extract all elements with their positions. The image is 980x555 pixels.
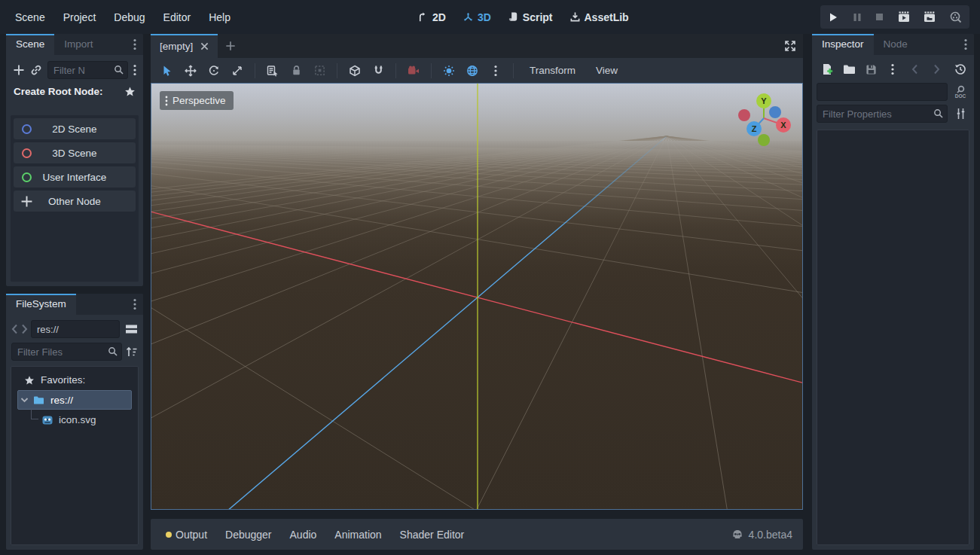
load-resource-icon[interactable] [840, 60, 858, 78]
workspace-2d-button[interactable]: 2D [413, 8, 450, 26]
preview-sunlight-icon[interactable] [440, 62, 458, 80]
workspace-assetlib-button[interactable]: AssetLib [565, 8, 633, 26]
local-space-icon[interactable] [346, 62, 364, 80]
history-back-icon[interactable] [905, 60, 924, 78]
scene-tab-strip: [empty] [151, 34, 803, 58]
close-icon[interactable] [200, 42, 209, 50]
godot-file-icon [42, 415, 53, 425]
view-menu[interactable]: View [588, 65, 625, 76]
view-options-icon[interactable] [487, 62, 505, 80]
search-icon [933, 108, 943, 118]
tree-item-res[interactable]: res:// [17, 390, 132, 410]
group-icon[interactable] [310, 62, 328, 80]
create-root-row: Create Root Node: [6, 84, 143, 103]
search-icon [108, 346, 118, 356]
resource-name-field[interactable] [817, 83, 948, 101]
tab-node[interactable]: Node [874, 34, 917, 55]
create-2d-scene-button[interactable]: 2D Scene [14, 118, 136, 139]
favorites-star-icon[interactable] [124, 86, 136, 97]
new-resource-icon[interactable] [818, 60, 836, 78]
tab-filesystem[interactable]: FileSystem [6, 294, 76, 315]
version-label: 4.0.beta4 [749, 529, 792, 541]
tab-scene[interactable]: Scene [6, 34, 54, 55]
audio-button[interactable]: Audio [282, 526, 325, 544]
debugger-button[interactable]: Debugger [218, 526, 279, 544]
animation-button[interactable]: Animation [327, 526, 389, 544]
workspace-switcher: 2D 3D Script AssetLib [413, 0, 633, 34]
snap-icon[interactable] [369, 62, 387, 80]
preview-camera-icon[interactable] [405, 62, 423, 80]
folder-icon [33, 395, 44, 405]
inspector-menu-icon[interactable] [957, 34, 974, 55]
object-history-icon[interactable] [951, 60, 969, 78]
play-scene-button[interactable] [898, 11, 910, 23]
workspace-script-button[interactable]: Script [503, 8, 557, 26]
menu-help[interactable]: Help [200, 7, 240, 28]
new-scene-tab-button[interactable] [218, 34, 243, 58]
pause-button[interactable] [853, 13, 862, 22]
inspector-toolbar [812, 55, 974, 81]
scene-dock-menu-icon[interactable] [127, 34, 143, 55]
nav-forward-icon[interactable] [21, 324, 28, 334]
gizmo-neg-y-ball[interactable] [758, 134, 770, 146]
property-tools-icon[interactable] [951, 105, 969, 123]
scene-tree-menu-icon[interactable] [133, 64, 136, 76]
transform-menu[interactable]: Transform [522, 65, 583, 76]
gizmo-y-label: Y [761, 96, 767, 105]
create-other-node-button[interactable]: Other Node [14, 191, 136, 212]
menu-debug[interactable]: Debug [105, 7, 154, 28]
rotate-mode-icon[interactable] [205, 62, 223, 80]
resource-name-row: DOC [812, 81, 974, 102]
preview-environment-icon[interactable] [463, 62, 481, 80]
sort-files-icon[interactable] [126, 346, 138, 358]
control-node-icon [22, 172, 32, 182]
3d-viewport[interactable] [151, 83, 803, 510]
save-resource-icon[interactable] [862, 60, 880, 78]
create-user-interface-button[interactable]: User Interface [14, 166, 136, 188]
tab-inspector[interactable]: Inspector [812, 34, 874, 55]
inspector-filter-input[interactable] [817, 105, 948, 123]
scene-toolbar [6, 55, 143, 84]
play-button[interactable] [828, 12, 838, 23]
add-node-button[interactable] [13, 64, 25, 76]
scene-tab-empty[interactable]: [empty] [151, 34, 218, 58]
filesystem-nav [6, 315, 143, 340]
shader-editor-button[interactable]: Shader Editor [392, 526, 472, 544]
svg-text:DOC: DOC [955, 93, 966, 99]
menu-editor[interactable]: Editor [154, 7, 200, 28]
select-mode-icon[interactable] [158, 62, 176, 80]
filesystem-menu-icon[interactable] [127, 294, 143, 315]
tab-import[interactable]: Import [54, 34, 102, 55]
axis-gizmo[interactable]: Y X Z [734, 88, 794, 148]
create-3d-scene-button[interactable]: 3D Scene [14, 142, 136, 163]
lock-icon[interactable] [287, 62, 305, 80]
instance-scene-button[interactable] [30, 64, 42, 76]
split-mode-icon[interactable] [123, 324, 138, 334]
perspective-menu-button[interactable]: Perspective [160, 91, 234, 110]
move-mode-icon[interactable] [182, 62, 200, 80]
output-button[interactable]: Output [158, 526, 215, 544]
gizmo-neg-x-ball[interactable] [738, 109, 750, 121]
fs-filter-input[interactable] [11, 343, 122, 361]
inspector-properties-area[interactable] [817, 130, 969, 545]
scale-mode-icon[interactable] [228, 62, 246, 80]
fs-path-input[interactable] [31, 320, 120, 338]
tree-item-iconsvg[interactable]: icon.svg [11, 410, 138, 429]
list-select-icon[interactable] [264, 62, 282, 80]
menu-scene[interactable]: Scene [6, 7, 54, 28]
menu-project[interactable]: Project [54, 7, 105, 28]
node3d-icon [22, 148, 32, 158]
history-forward-icon[interactable] [927, 60, 945, 78]
spatial-toolbar: Transform View [151, 58, 803, 83]
play-custom-scene-button[interactable] [924, 11, 936, 23]
movie-maker-mode-button[interactable] [950, 11, 962, 23]
inspector-dock: Inspector Node [812, 34, 974, 550]
distraction-free-icon[interactable] [777, 34, 803, 58]
chevron-down-icon[interactable] [20, 397, 29, 403]
open-docs-icon[interactable]: DOC [951, 83, 969, 101]
gizmo-neg-z-ball[interactable] [769, 106, 781, 118]
resource-extra-icon[interactable] [884, 60, 902, 78]
workspace-3d-button[interactable]: 3D [458, 8, 496, 26]
nav-back-icon[interactable] [11, 324, 18, 334]
stop-button[interactable] [875, 13, 884, 21]
